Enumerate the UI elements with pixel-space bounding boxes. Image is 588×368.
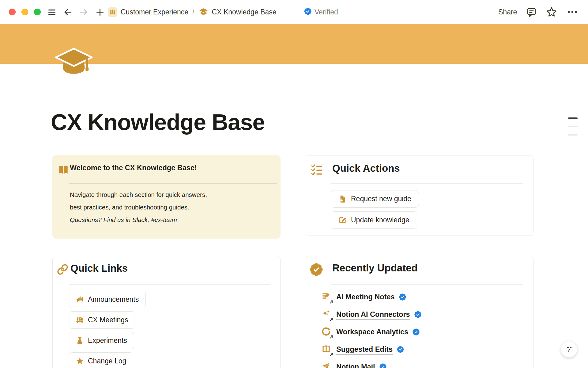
link-suggested-edits[interactable]: Suggested Edits bbox=[336, 345, 393, 355]
list-item: Notion AI Connectors bbox=[322, 309, 421, 321]
divider bbox=[331, 284, 523, 285]
chain-link-icon bbox=[57, 264, 68, 276]
forward-arrow-icon[interactable] bbox=[79, 7, 89, 17]
checklist-icon bbox=[311, 163, 323, 178]
page-icon-graduation-cap[interactable] bbox=[55, 47, 93, 81]
divider bbox=[331, 183, 523, 184]
notion-ai-face-icon bbox=[564, 344, 574, 354]
verified-badge-icon bbox=[304, 8, 311, 16]
link-workspace-analytics[interactable]: Workspace Analytics bbox=[336, 328, 408, 337]
minimize-window-button[interactable] bbox=[21, 9, 28, 15]
link-notion-mail[interactable]: Notion Mail bbox=[336, 363, 375, 368]
gold-seal-check-icon bbox=[310, 263, 323, 277]
sparkles-icon bbox=[322, 309, 333, 320]
toc-bar-active[interactable] bbox=[568, 117, 578, 119]
more-options-icon[interactable] bbox=[566, 6, 579, 18]
share-button[interactable]: Share bbox=[498, 8, 517, 16]
cx-meetings-button[interactable]: CX Meetings bbox=[69, 311, 135, 329]
link-notion-ai-connectors[interactable]: Notion AI Connectors bbox=[336, 310, 410, 320]
link-ai-meeting-notes[interactable]: AI Meeting Notes bbox=[336, 293, 395, 302]
toc-bar[interactable] bbox=[568, 134, 578, 136]
list-item: Notion Mail bbox=[322, 361, 386, 368]
verified-badge-icon bbox=[413, 328, 420, 337]
callout-body-italic: Questions? Find us in Slack: #cx-team bbox=[70, 216, 177, 223]
quick-actions-heading: Quick Actions bbox=[332, 163, 400, 174]
verified-label: Verified bbox=[315, 8, 338, 16]
star-icon bbox=[76, 357, 84, 365]
recently-updated-heading: Recently Updated bbox=[332, 262, 418, 274]
callout-body: Navigate through each section for quick … bbox=[70, 188, 216, 226]
open-book-icon bbox=[58, 164, 69, 176]
zoom-window-button[interactable] bbox=[34, 9, 41, 15]
graduation-cap-icon bbox=[198, 8, 209, 17]
announcements-button[interactable]: Announcements bbox=[69, 291, 146, 308]
breadcrumb: Customer Experience / CX Knowledge Base bbox=[108, 0, 277, 24]
callout-title: Welcome to the CX Knowledge Base! bbox=[70, 164, 197, 172]
close-window-button[interactable] bbox=[9, 9, 16, 15]
verified-badge-icon bbox=[399, 293, 406, 302]
text-cursor-brackets-icon bbox=[322, 344, 333, 355]
meeting-icon bbox=[76, 316, 84, 324]
paper-plane-icon bbox=[322, 362, 333, 368]
workspace-people-icon bbox=[108, 7, 117, 17]
favorite-star-icon[interactable] bbox=[546, 6, 557, 17]
notion-window: Customer Experience / CX Knowledge Base … bbox=[0, 0, 588, 368]
experiments-button[interactable]: Experiments bbox=[69, 332, 134, 349]
update-knowledge-button[interactable]: Update knowledge bbox=[331, 211, 417, 229]
breadcrumb-separator: / bbox=[192, 8, 195, 16]
request-new-guide-button[interactable]: Request new guide bbox=[331, 190, 419, 208]
notion-ai-button[interactable] bbox=[561, 341, 577, 358]
verified-tag[interactable]: Verified bbox=[304, 0, 338, 24]
nav-controls bbox=[47, 0, 105, 24]
title-bar: Customer Experience / CX Knowledge Base … bbox=[0, 0, 588, 24]
breadcrumb-item-cx-knowledge-base[interactable]: CX Knowledge Base bbox=[212, 8, 277, 16]
traffic-lights bbox=[9, 0, 41, 24]
list-item: AI Meeting Notes bbox=[322, 291, 406, 304]
divider bbox=[69, 284, 270, 285]
page-title: CX Knowledge Base bbox=[51, 109, 265, 135]
divider bbox=[69, 183, 277, 184]
list-item: Suggested Edits bbox=[322, 344, 404, 356]
document-add-icon bbox=[338, 195, 347, 203]
titlebar-actions: Share bbox=[498, 0, 579, 24]
back-arrow-icon[interactable] bbox=[63, 7, 73, 17]
breadcrumb-item-customer-experience[interactable]: Customer Experience bbox=[121, 8, 188, 16]
verified-badge-icon bbox=[397, 346, 404, 354]
verified-badge-icon bbox=[414, 311, 421, 319]
notes-pencil-icon bbox=[322, 292, 333, 303]
new-tab-plus-icon[interactable] bbox=[95, 7, 105, 17]
megaphone-icon bbox=[76, 295, 84, 304]
change-log-button[interactable]: Change Log bbox=[69, 352, 133, 368]
list-item: Workspace Analytics bbox=[322, 326, 420, 339]
toc-bar[interactable] bbox=[568, 126, 578, 127]
table-of-contents-indicator[interactable] bbox=[568, 117, 578, 142]
comments-icon[interactable] bbox=[526, 7, 537, 17]
sidebar-menu-icon[interactable] bbox=[47, 7, 57, 17]
verified-badge-icon bbox=[379, 363, 386, 368]
flask-icon bbox=[76, 336, 84, 345]
pie-arrow-icon bbox=[322, 327, 333, 338]
edit-icon bbox=[338, 216, 347, 224]
quick-links-heading: Quick Links bbox=[70, 263, 128, 274]
